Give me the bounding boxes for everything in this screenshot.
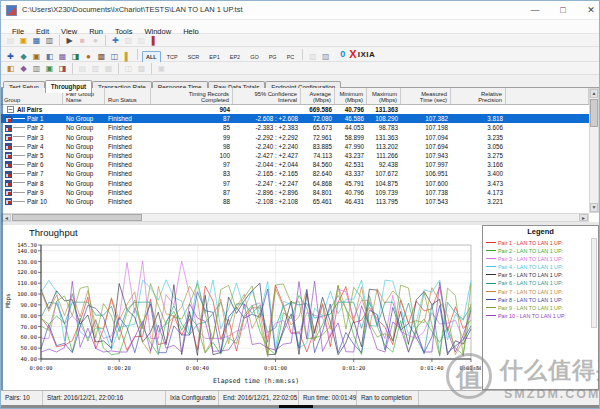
column-header-ci[interactable]: 95% Confidence Interval — [233, 88, 301, 104]
column-header-status[interactable]: Run Status — [105, 88, 151, 104]
ixia-zero-icon: 0 — [340, 49, 345, 59]
column-header-max[interactable]: Maximum (Mbps) — [367, 88, 401, 104]
column-header-prec[interactable]: Relative Precision — [451, 88, 506, 104]
cell-avg: 82.640 — [301, 169, 335, 178]
menu-bar: FileEditViewRunToolsWindowHelp — [1, 20, 599, 34]
tree-connector — [13, 173, 25, 174]
table-row-pair-7[interactable]: Pair 7No GroupFinished83-2.165 : +2.1658… — [1, 169, 589, 178]
legend-scrollbar[interactable] — [591, 238, 597, 328]
vertical-scroll-thumb[interactable] — [590, 99, 598, 127]
cell-min: 58.899 — [335, 133, 367, 142]
options-tool-icon[interactable]: ▣ — [44, 63, 55, 74]
replicate-pair-icon[interactable]: ▦ — [57, 51, 68, 62]
pair-properties-icon[interactable]: ▩ — [96, 51, 107, 62]
vertical-scrollbar[interactable]: ▲ ▼ — [589, 88, 599, 213]
cell-min: 46.586 — [335, 114, 367, 123]
scroll-down-icon[interactable]: ▼ — [590, 203, 598, 212]
copy-icon[interactable]: ▧ — [123, 35, 134, 46]
column-header-time[interactable]: Measured Time (sec) — [401, 88, 451, 104]
cell-filler — [506, 142, 589, 151]
scroll-up-icon[interactable]: ▲ — [590, 89, 598, 98]
swap-endpoints-icon[interactable]: ◨ — [70, 51, 81, 62]
zoom-in-chart-icon[interactable]: ◫ — [123, 63, 134, 74]
tree-connector — [13, 146, 25, 147]
scroll-left-icon[interactable]: ◄ — [2, 214, 11, 221]
chassis-tool-icon[interactable]: ◨ — [57, 63, 68, 74]
reset-results-icon[interactable]: ● — [90, 35, 101, 46]
column-header-records[interactable]: Timing Records Completed — [151, 88, 233, 104]
run-test-icon[interactable]: ▶ — [64, 35, 75, 46]
connect-endpoints-icon[interactable]: ◫ — [109, 51, 120, 62]
pair-label: Pair 7 — [27, 170, 43, 177]
pair-icon — [5, 134, 12, 141]
add-vpn-pair-icon[interactable]: ◆ — [18, 51, 29, 62]
maximize-button[interactable]: □ — [550, 1, 576, 19]
paste-icon[interactable]: ▨ — [136, 35, 147, 46]
add-pair-icon[interactable]: ✚ — [5, 51, 16, 62]
cell-avg: 83.885 — [301, 142, 335, 151]
table-row-pair-8[interactable]: Pair 8No GroupFinished97-2.247 : +2.2476… — [1, 179, 589, 188]
table-row-all-pairs[interactable]: −All Pairs904669.58640.796131.363 — [1, 105, 589, 114]
table-row-pair-6[interactable]: Pair 6No GroupFinished97-2.044 : +2.0448… — [1, 160, 589, 169]
scroll-right-icon[interactable]: ► — [579, 214, 588, 221]
add-multicast-group-icon[interactable]: ▣ — [31, 51, 42, 62]
add-item-icon[interactable]: ✚ — [110, 35, 121, 46]
cell-avg: 84.560 — [301, 160, 335, 169]
pair-icon — [5, 171, 12, 178]
cell-status: Finished — [105, 151, 151, 160]
table-row-pair-10[interactable]: Pair 10No GroupFinished88-2.108 : +2.108… — [1, 197, 589, 206]
cell-prec: 3.606 — [451, 123, 506, 132]
test-setup-tool-icon[interactable]: ◧ — [5, 63, 16, 74]
horizontal-scroll-thumb[interactable] — [12, 214, 142, 221]
new-test-icon[interactable]: ▤ — [5, 35, 16, 46]
expand-groups-icon[interactable]: ▤ — [77, 63, 88, 74]
table-row-pair-1[interactable]: Pair 1No GroupFinished87-2.608 : +2.6087… — [1, 114, 589, 123]
table-row-pair-4[interactable]: Pair 4No GroupFinished98-2.240 : +2.2408… — [1, 142, 589, 151]
tab-throughput[interactable]: Throughput — [45, 80, 92, 93]
open-test-icon[interactable]: ▣ — [18, 35, 29, 46]
app-icon — [6, 5, 17, 16]
edit-pair-icon[interactable]: ◧ — [44, 51, 55, 62]
horizontal-scrollbar[interactable]: ◄ ► — [1, 213, 589, 222]
view-pair-icon[interactable]: ● — [83, 51, 94, 62]
table-row-pair-9[interactable]: Pair 9No GroupFinished87-2.896 : +2.8968… — [1, 188, 589, 197]
save-test-icon[interactable]: ▦ — [31, 35, 42, 46]
schedule-tool-icon[interactable]: ▥ — [31, 63, 42, 74]
legend-entry-pair-5: Pair 5 - LAN TO LAN 1 UP: — [486, 271, 590, 279]
zoom-out-chart-icon[interactable]: ▩ — [136, 63, 147, 74]
stop-test-icon[interactable]: ■ — [77, 35, 88, 46]
print-icon[interactable]: ▥ — [44, 35, 55, 46]
cell-status: Finished — [105, 133, 151, 142]
close-button[interactable]: ✕ — [578, 1, 600, 19]
svg-text:0:00:00: 0:00:00 — [29, 365, 52, 371]
title-bar: C:\Users\X230\Documents\IxChariot\TESTS\… — [1, 1, 599, 20]
group-pairs-icon[interactable]: ▦ — [103, 63, 114, 74]
endpoint-tool-icon[interactable]: ◆ — [18, 63, 29, 74]
print-chart-icon[interactable]: ▣ — [156, 63, 167, 74]
cell-min: 47.990 — [335, 142, 367, 151]
collapse-groups-icon[interactable]: ▥ — [90, 63, 101, 74]
cell-min: 40.796 — [335, 105, 367, 114]
refresh-icon[interactable]: ▨ — [320, 51, 331, 62]
column-header-min[interactable]: Minimum (Mbps) — [335, 88, 367, 104]
svg-text:80.00: 80.00 — [20, 313, 37, 319]
legend-entry-pair-8: Pair 8 - LAN TO LAN 1 UP: — [486, 296, 590, 304]
legend-swatch — [486, 242, 496, 243]
column-header-avg[interactable]: Average (Mbps) — [301, 88, 335, 104]
user-guide-icon[interactable]: ▌ — [149, 35, 160, 46]
ixia-port-icon[interactable]: ▌ — [122, 51, 133, 62]
report-icon[interactable]: ▧ — [307, 51, 318, 62]
table-row-pair-2[interactable]: Pair 2No GroupFinished85-2.383 : +2.3836… — [1, 123, 589, 132]
cell-prec: 3.818 — [451, 114, 506, 123]
table-row-pair-3[interactable]: Pair 3No GroupFinished99-2.292 : +2.2927… — [1, 133, 589, 142]
cell-records: 97 — [151, 179, 233, 188]
window-title: C:\Users\X230\Documents\IxChariot\TESTS\… — [22, 5, 243, 14]
chart-x-axis-label: Elapsed time (h:mm:ss) — [41, 377, 471, 385]
minimize-button[interactable]: — — [522, 1, 548, 19]
collapse-icon[interactable]: − — [7, 106, 14, 113]
column-header-filler[interactable] — [506, 88, 589, 104]
cell-time: 107.997 — [401, 160, 451, 169]
cell-records: 97 — [151, 160, 233, 169]
svg-text:50.00: 50.00 — [20, 345, 37, 351]
table-row-pair-5[interactable]: Pair 5No GroupFinished100-2.427 : +2.427… — [1, 151, 589, 160]
